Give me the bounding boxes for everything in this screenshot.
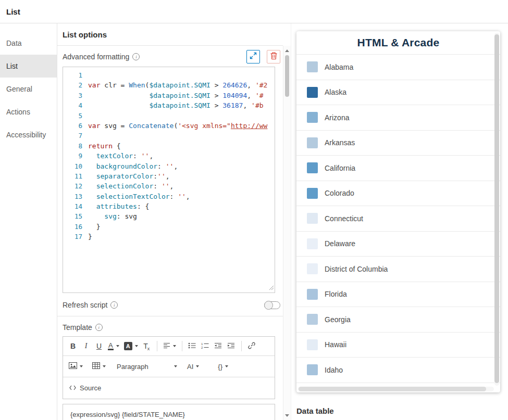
delete-expression-button[interactable] <box>267 50 280 63</box>
template-content-text: {expression/svg} {field/STATE_NAME} <box>70 411 185 418</box>
dynamic-content-label: {} <box>218 363 222 371</box>
bulleted-list-button[interactable] <box>187 339 198 353</box>
list-item-idaho[interactable]: Idaho <box>296 358 500 383</box>
scrollbar-thumb[interactable] <box>299 387 486 391</box>
trash-icon <box>270 52 277 61</box>
chevron-down-icon <box>135 345 138 347</box>
highlight-color-icon: A <box>124 342 132 350</box>
code-line: return { <box>88 141 275 151</box>
dynamic-content-dropdown[interactable]: {} <box>215 360 231 373</box>
underline-button[interactable]: U <box>93 339 105 353</box>
state-name: Florida <box>325 290 347 298</box>
table-icon <box>92 362 100 371</box>
scrollbar-thumb[interactable] <box>494 34 499 383</box>
list-item-arkansas[interactable]: Arkansas <box>296 131 500 156</box>
sidebar-item-general[interactable]: General <box>0 78 57 100</box>
template-content-editor[interactable]: {expression/svg} {field/STATE_NAME} <box>63 404 275 420</box>
paragraph-style-dropdown[interactable]: Paragraph <box>114 360 180 373</box>
info-icon[interactable]: i <box>95 324 103 331</box>
sidebar-item-actions[interactable]: Actions <box>0 100 57 123</box>
highlight-color-button[interactable]: A <box>122 339 140 353</box>
list-item-colorado[interactable]: Colorado <box>296 181 500 207</box>
line-number: 16 <box>63 222 88 232</box>
list-item-connecticut[interactable]: Connecticut <box>296 206 500 232</box>
link-button[interactable] <box>246 339 257 353</box>
list-item-florida[interactable]: Florida <box>296 282 500 308</box>
font-color-icon: A <box>108 342 114 350</box>
insert-table-button[interactable] <box>91 360 107 373</box>
preview-panel: HTML & Arcade AlabamaAlaskaArizonaArkans… <box>291 23 508 420</box>
numbered-list-button[interactable]: 12 <box>200 339 211 353</box>
preview-vertical-scrollbar[interactable] <box>494 33 499 386</box>
list-item-hawaii[interactable]: Hawaii <box>296 333 500 358</box>
code-line: separatorColor:'', <box>88 171 275 181</box>
scroll-down-arrow[interactable] <box>283 412 291 419</box>
clear-formatting-button[interactable]: Tx <box>141 339 153 353</box>
state-name: Arkansas <box>325 138 355 147</box>
code-line: attributes: { <box>88 201 275 211</box>
state-color-swatch <box>307 87 318 98</box>
font-color-button[interactable]: A <box>106 339 121 353</box>
arrow-down-icon <box>285 414 289 417</box>
sidebar-item-list[interactable]: List <box>0 55 57 78</box>
state-name: Idaho <box>325 366 343 374</box>
list-item-district-of-columbia[interactable]: District of Columbia <box>296 257 500 282</box>
line-number: 12 <box>63 181 88 191</box>
info-icon[interactable]: i <box>132 53 140 60</box>
options-scrollbar[interactable] <box>283 46 291 420</box>
list-item-alabama[interactable]: Alabama <box>296 55 500 80</box>
code-line <box>88 70 275 80</box>
refresh-script-toggle[interactable] <box>264 301 280 309</box>
state-name: District of Columbia <box>325 265 388 273</box>
line-number: 11 <box>63 171 88 181</box>
expand-editor-button[interactable] <box>246 50 260 63</box>
scrollbar-thumb[interactable] <box>285 55 289 97</box>
image-icon <box>69 362 77 371</box>
source-button[interactable]: Source <box>67 381 103 395</box>
app-window: List DataListGeneralActionsAccessibility… <box>0 0 508 420</box>
scroll-up-arrow[interactable] <box>283 47 291 54</box>
state-color-swatch <box>307 364 318 375</box>
list-item-georgia[interactable]: Georgia <box>296 307 500 333</box>
data-table-label: Data table <box>296 406 334 415</box>
code-line: } <box>88 222 275 232</box>
template-row: Template i <box>63 323 280 332</box>
advanced-formatting-row: Advanced formatting i <box>63 49 280 64</box>
line-number: 17 <box>63 232 88 241</box>
insert-image-button[interactable] <box>67 360 84 373</box>
refresh-script-row: Refresh script i <box>63 301 280 309</box>
source-icon <box>69 384 76 392</box>
arcade-code-editor[interactable]: 1234567891011121314151617 var clr = When… <box>63 67 275 293</box>
increase-indent-button[interactable] <box>226 339 237 353</box>
list-item-arizona[interactable]: Arizona <box>296 105 500 131</box>
editor-resize-handle[interactable] <box>269 284 274 292</box>
list-item-delaware[interactable]: Delaware <box>296 232 500 257</box>
sidebar-item-data[interactable]: Data <box>0 32 57 55</box>
toolbar-row-1: B I U A A Tx <box>63 337 275 356</box>
sidebar-item-accessibility[interactable]: Accessibility <box>0 123 57 146</box>
state-color-swatch <box>307 61 318 72</box>
svg-text:1: 1 <box>201 342 203 346</box>
state-name: Hawaii <box>325 340 346 349</box>
decrease-indent-icon <box>214 342 222 350</box>
preview-horizontal-scrollbar[interactable] <box>298 387 494 391</box>
decrease-indent-button[interactable] <box>213 339 224 353</box>
ai-dropdown[interactable]: AI <box>184 360 202 373</box>
info-icon[interactable]: i <box>110 301 118 309</box>
source-button-label: Source <box>80 384 101 392</box>
code-line: textColor: '', <box>88 151 275 161</box>
increase-indent-icon <box>227 342 235 350</box>
code-line: selectionColor: '', <box>88 181 275 191</box>
bold-button[interactable]: B <box>67 339 79 353</box>
code-line: var clr = When($datapoint.SQMI > 264626,… <box>88 80 275 90</box>
svg-text:2: 2 <box>201 346 203 349</box>
line-number: 6 <box>63 121 88 131</box>
numbered-list-icon: 12 <box>201 342 209 350</box>
list-item-california[interactable]: California <box>296 156 500 181</box>
toolbar-row-3: Source <box>63 377 275 399</box>
state-color-swatch <box>307 162 318 173</box>
list-item-alaska[interactable]: Alaska <box>296 80 500 106</box>
alignment-button[interactable] <box>162 339 178 353</box>
italic-button[interactable]: I <box>80 339 92 353</box>
editor-actions <box>246 50 280 63</box>
